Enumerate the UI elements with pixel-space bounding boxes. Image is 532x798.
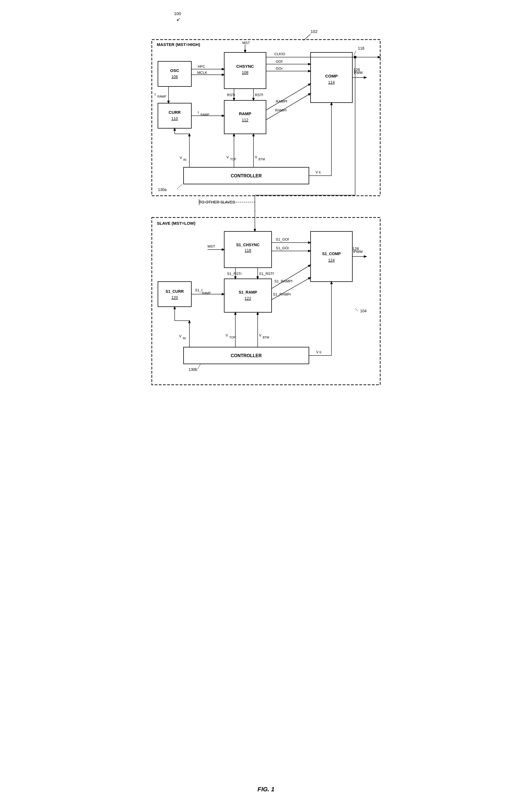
vbtm-slave-label: V	[259, 333, 262, 338]
s1-comp-num: 124	[328, 258, 335, 262]
iramp-curr-label: I	[198, 110, 199, 114]
osc-num: 106	[171, 74, 178, 79]
svg-line-3	[177, 184, 183, 189]
vtop-master-sub: TOP	[230, 158, 236, 161]
ref-116: 116	[358, 46, 365, 51]
curr-label: CURR	[169, 110, 180, 114]
s1-iramp-sub: RAMP	[202, 291, 211, 295]
ve-master-sub: E	[319, 171, 321, 174]
vin-slave-label: V	[179, 334, 182, 338]
chsync-label: CHSYNC	[236, 64, 254, 69]
s1-chsync-num: 118	[245, 248, 251, 253]
ref-104: 104	[360, 309, 367, 313]
iramp-osc-sub: RAMP	[157, 95, 166, 98]
vin-slave-sub: IN	[183, 337, 186, 340]
vin-master-label: V	[180, 156, 182, 160]
svg-line-5	[355, 308, 358, 311]
osc-label: OSC	[170, 68, 179, 73]
rampf-label: RAMPf	[276, 99, 287, 104]
vin-master-sub: IN	[183, 158, 186, 161]
vbtm-master-label: V	[255, 155, 258, 159]
main-diagram-svg: 102 MASTER (MST=HIGH) OSC 106 CHSYNC 108…	[146, 28, 386, 781]
curr-num: 110	[171, 116, 178, 121]
ref-130b: 130b	[189, 367, 197, 372]
vtop-slave-label: V	[226, 333, 228, 338]
s1-chsync-label: S1_CHSYNC	[236, 242, 260, 247]
ramp-block	[224, 101, 266, 134]
gof-label: GOf	[276, 59, 282, 64]
s1-ramp-num: 122	[245, 296, 251, 301]
vbtm-slave-sub: BTM	[263, 336, 269, 339]
master-controller-label: CONTROLLER	[231, 174, 262, 178]
s1-curr-label: S1_CURR	[166, 289, 184, 294]
s1-rstr-label: S1_RSTr	[227, 272, 242, 276]
ve-slave-label: V	[316, 350, 319, 354]
ref-130a: 130a	[158, 187, 167, 192]
s1-curr-num: 120	[171, 295, 178, 300]
svg-line-6	[198, 364, 201, 369]
iramp-osc-label: I	[155, 92, 156, 96]
s1-ramp-label: S1_RAMP	[239, 290, 257, 294]
s1-comp-label: S1_COMP	[322, 252, 341, 256]
slave-controller-label: CONTROLLER	[231, 353, 262, 358]
ref-128: 128	[352, 247, 359, 251]
s1-rstf-label: S1_RSTf	[259, 272, 274, 276]
ve-slave-sub: E	[320, 350, 321, 354]
s1-rampf-line	[271, 265, 310, 289]
clkio-label: CLKIO	[274, 52, 285, 56]
iramp-curr-sub: RAMP	[201, 113, 209, 116]
curr-block	[158, 103, 191, 128]
fig-label: FIG. 1	[146, 786, 386, 793]
s1-gof-label: S1_GOf	[276, 237, 289, 241]
s1-comp-block	[310, 232, 352, 282]
ramp-label: RAMP	[239, 111, 251, 116]
ref-126: 126	[354, 68, 360, 72]
s1-ramp-block	[224, 279, 271, 312]
s1-curr-block	[158, 282, 191, 307]
ramp-num: 112	[242, 118, 248, 122]
slave-label: SLAVE (MST=LOW)	[157, 221, 195, 225]
diagram-container: 100 ↙ 102 MASTER (MST=HIGH) OSC 106 CHSY…	[146, 11, 386, 793]
comp-num: 114	[328, 80, 335, 85]
master-label: MASTER (MST=HIGH)	[157, 42, 200, 47]
rampr-line	[266, 93, 310, 120]
vbtm-master-sub: BTM	[259, 158, 265, 161]
hfc-label: HFC	[198, 65, 205, 69]
gor-label: GOr	[276, 66, 283, 71]
osc-block	[158, 61, 191, 87]
ref-100: 100	[174, 11, 181, 16]
mclk-label: MCLK	[197, 71, 207, 75]
comp-label: COMP	[325, 74, 338, 78]
s1-rampf-label: S1_RAMPf	[274, 279, 292, 283]
rampr-label: RAMPr	[275, 108, 287, 112]
mst-label-master: MST	[242, 41, 250, 45]
rstf-label: RSTf	[255, 93, 263, 97]
s1-gor-label: S1_GOr	[276, 246, 289, 250]
vtop-slave-sub: TOP	[229, 336, 235, 339]
rstr-label: RSTr	[227, 93, 236, 97]
chsync-num: 108	[242, 70, 248, 75]
arrow-100: ↙	[176, 16, 180, 22]
s1-rampr-label: S1_RAMPr	[273, 292, 291, 296]
s1-iramp-label: S1_I	[195, 288, 203, 292]
ref-102: 102	[310, 29, 318, 34]
vtop-master-label: V	[226, 155, 229, 159]
rampf-line	[266, 84, 310, 110]
mst-slave-label: MST	[208, 244, 215, 249]
svg-line-1	[354, 51, 356, 56]
ve-master-label: V	[316, 170, 318, 174]
